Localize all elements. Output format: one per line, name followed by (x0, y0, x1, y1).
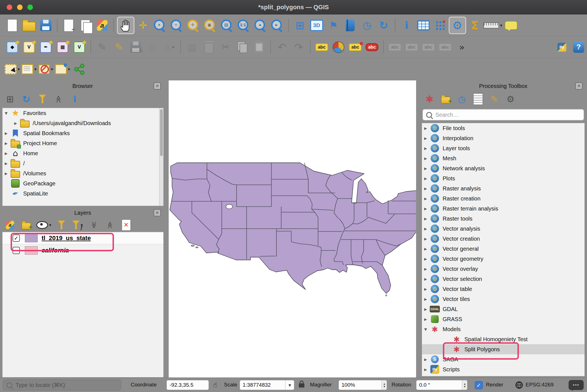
expander-icon[interactable]: ▶ (424, 207, 429, 211)
toolbox-group-file-tools[interactable]: ▶⚙File tools (422, 123, 584, 133)
expander-icon[interactable]: ▶ (424, 367, 429, 372)
toolbox-group-vector-geometry[interactable]: ▶⚙Vector geometry (422, 254, 584, 264)
toolbox-group-vector-tiles[interactable]: ▶⚙Vector tiles (422, 294, 584, 304)
minimize-window-button[interactable] (17, 4, 23, 10)
save-layer-edits-button[interactable]: ✎ (128, 39, 144, 55)
new-3d-map-view-button[interactable]: 3D (309, 17, 325, 34)
select-features-button[interactable]: ▾ (4, 61, 20, 77)
browser-item-project-home[interactable]: ▶Project Home (3, 138, 163, 148)
expander-icon[interactable]: ▶ (424, 267, 429, 271)
browser-item-spatialite[interactable]: ✒SpatiaLite (3, 188, 163, 199)
rotation-spinner[interactable]: 0.0 ° ▴▾ (416, 380, 467, 390)
zoom-next-button[interactable]: ▸ (269, 17, 285, 34)
browser-refresh-button[interactable]: ↻ (20, 93, 32, 105)
expander-icon[interactable]: ▶ (424, 247, 429, 251)
zoom-in-button[interactable]: + (152, 17, 168, 34)
collapse-all-layers-button[interactable]: ≪ (104, 219, 116, 231)
toggle-editing-button[interactable]: ✎ (111, 39, 127, 55)
toolbox-group-vector-overlay[interactable]: ▶⚙Vector overlay (422, 264, 584, 274)
toolbox-group-models[interactable]: ▼✱Models (422, 324, 584, 334)
toolbox-item-spatial-homogeniety-test[interactable]: ✱Spatial Homogeniety Test (422, 334, 584, 344)
browser-item-home[interactable]: ▶⌂Home (3, 148, 163, 158)
crs-status[interactable]: EPSG:4269 (526, 382, 553, 388)
zoom-to-selection-button[interactable]: ▣ (202, 17, 218, 34)
expander-icon[interactable]: ▶ (424, 146, 429, 150)
map-tips-button[interactable] (503, 17, 519, 34)
browser-properties-button[interactable]: ℹ (69, 93, 81, 105)
change-label-button[interactable]: abc (420, 39, 436, 55)
expander-icon[interactable]: ▶ (424, 237, 429, 241)
layer-item-tl-2019-us-state[interactable]: ✓tl_2019_us_state (3, 232, 163, 244)
redo-button[interactable]: ↷ (291, 39, 307, 55)
zoom-to-layer-button[interactable]: ▤ (219, 17, 235, 34)
expander-icon[interactable]: ▶ (5, 171, 10, 176)
move-label-button[interactable]: abc (387, 39, 403, 55)
zoom-native-button[interactable]: 1:1 (235, 17, 252, 34)
stepper-arrows-icon[interactable]: ▴▾ (381, 380, 387, 390)
expander-icon[interactable]: ▶ (424, 156, 429, 161)
expander-icon[interactable]: ▶ (424, 257, 429, 261)
undo-button[interactable]: ↶ (274, 39, 290, 55)
toolbox-group-vector-table[interactable]: ▶⚙Vector table (422, 284, 584, 294)
toolbox-group-saga[interactable]: ▶SSAGA (422, 354, 584, 364)
mouse-position-icon[interactable]: ☝ (213, 381, 217, 388)
expander-icon[interactable]: ▶ (5, 161, 10, 166)
manage-map-themes-button[interactable]: ▾ (36, 219, 51, 231)
browser-item-users-ujavalgandhi-downloads[interactable]: ▶/Users/ujavalgandhi/Downloads (3, 118, 163, 128)
processing-search-input[interactable] (435, 111, 580, 118)
maximize-window-button[interactable] (27, 4, 33, 10)
new-geopackage-layer-button[interactable]: ◆✱ (4, 39, 20, 55)
new-temporary-scratch-layer-button[interactable]: ▦✱ (54, 39, 71, 55)
expander-icon[interactable]: ▶ (424, 176, 429, 181)
processing-providers-button[interactable]: + (440, 93, 452, 105)
expander-icon[interactable]: ▶ (424, 307, 429, 311)
statistics-sum-button[interactable]: Σ (467, 17, 483, 34)
expander-icon[interactable]: ▶ (424, 197, 429, 201)
measure-button[interactable]: ▾ (483, 17, 502, 34)
results-viewer-button[interactable] (472, 93, 484, 105)
expander-icon[interactable]: ▶ (424, 227, 429, 231)
digitize-with-segment-button[interactable]: ◎ (144, 39, 161, 55)
layer-visibility-checkbox[interactable] (13, 247, 20, 254)
processing-close-icon[interactable]: ✕ (575, 82, 583, 90)
toolbox-group-scripts[interactable]: ▶PyScripts (422, 364, 584, 374)
messages-button[interactable]: ••• (569, 380, 584, 390)
toolbox-group-vector-selection[interactable]: ▶⚙Vector selection (422, 274, 584, 284)
locate-input[interactable] (15, 382, 118, 389)
open-attribute-table-button[interactable] (415, 17, 431, 34)
paste-features-button[interactable] (251, 39, 267, 55)
new-map-view-button[interactable]: ⊞ (292, 17, 308, 34)
scale-combo[interactable]: 1:38774832 ▼ (240, 380, 294, 390)
map-canvas[interactable] (169, 80, 416, 377)
expander-icon[interactable]: ▶ (424, 136, 429, 140)
open-layer-styling-button[interactable]: a (4, 219, 16, 231)
expander-icon[interactable]: ▶ (424, 187, 429, 191)
layout-manager-button[interactable] (77, 17, 94, 34)
toolbox-group-raster-tools[interactable]: ▶⚙Raster tools (422, 214, 584, 224)
locate-box[interactable] (3, 380, 121, 390)
toolbox-group-layer-tools[interactable]: ▶⚙Layer tools (422, 143, 584, 153)
browser-filter-button[interactable] (36, 93, 49, 105)
change-label-properties-button[interactable]: abc (437, 39, 453, 55)
pan-map-button[interactable] (117, 17, 134, 34)
add-group-button[interactable]: + (20, 219, 32, 231)
new-print-layout-button[interactable]: + (61, 17, 77, 34)
expander-icon[interactable]: ▶ (424, 357, 429, 362)
layer-labeling-button[interactable]: abc (314, 39, 330, 55)
browser-item-favorites[interactable]: ▼★Favorites (3, 108, 163, 118)
layer-visibility-checkbox[interactable]: ✓ (13, 235, 20, 242)
expander-icon[interactable]: ▼ (5, 111, 10, 115)
close-window-button[interactable] (7, 4, 12, 10)
toolbox-group-vector-general[interactable]: ▶⚙Vector general (422, 244, 584, 254)
expander-icon[interactable]: ▶ (14, 121, 19, 125)
new-project-button[interactable] (4, 17, 20, 34)
magnifier-spinner[interactable]: 100% ▴▾ (338, 380, 387, 390)
select-features-by-value-button[interactable]: ▾ (21, 61, 37, 77)
toolbar-overflow-button[interactable]: » (454, 39, 470, 55)
processing-options-button[interactable]: ⚙ (504, 93, 517, 105)
help-button[interactable]: ? (571, 39, 587, 55)
expander-icon[interactable]: ▶ (424, 287, 429, 291)
show-bookmarks-button[interactable]: ⚑ (325, 17, 342, 34)
expander-icon[interactable]: ▶ (424, 126, 429, 130)
share-button[interactable] (71, 61, 87, 77)
